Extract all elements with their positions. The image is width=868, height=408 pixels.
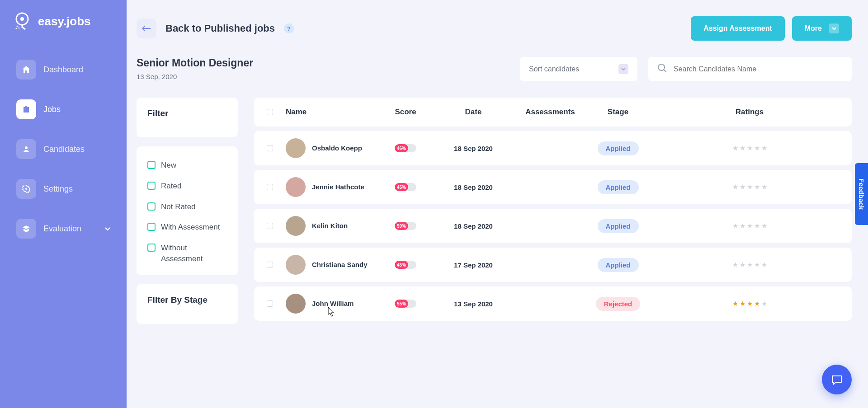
- svg-point-6: [25, 188, 27, 190]
- sidebar-item-jobs[interactable]: Jobs: [9, 93, 118, 126]
- logo[interactable]: easy.jobs: [9, 11, 118, 32]
- star-icon[interactable]: ★: [732, 300, 738, 308]
- checkbox[interactable]: [147, 223, 156, 231]
- star-icon[interactable]: ★: [740, 144, 745, 152]
- avatar: [286, 294, 306, 314]
- star-icon[interactable]: ★: [747, 183, 753, 191]
- feedback-tab[interactable]: Feedback: [855, 163, 868, 225]
- sidebar-item-candidates[interactable]: Candidates: [9, 133, 118, 165]
- date-text: 18 Sep 2020: [454, 145, 493, 152]
- search-input[interactable]: [674, 65, 843, 73]
- page-title: Back to Published jobs: [165, 23, 275, 34]
- table-row[interactable]: Kelin Kiton59%18 Sep 2020Applied★★★★★: [254, 209, 852, 243]
- star-icon[interactable]: ★: [740, 183, 745, 191]
- chevron-down-icon: [105, 225, 110, 233]
- rating-stars[interactable]: ★★★★★: [732, 300, 767, 308]
- star-icon[interactable]: ★: [732, 144, 738, 152]
- more-button-label: More: [805, 24, 822, 33]
- star-icon[interactable]: ★: [747, 144, 753, 152]
- filter-option-without-assessment[interactable]: Without Assessment: [147, 243, 227, 264]
- help-icon[interactable]: ?: [284, 23, 294, 33]
- sidebar-item-label: Settings: [43, 184, 73, 194]
- assign-assessment-button[interactable]: Assign Assessment: [691, 16, 784, 41]
- sidebar-item-dashboard[interactable]: Dashboard: [9, 53, 118, 86]
- filter-title: Filter: [147, 108, 227, 118]
- more-button[interactable]: More: [792, 16, 852, 41]
- star-icon[interactable]: ★: [740, 261, 745, 269]
- back-button[interactable]: [137, 19, 156, 38]
- th-name: Name: [286, 108, 307, 117]
- table-header-row: Name Score Date Assessments Stage Rating…: [254, 98, 852, 127]
- rating-stars[interactable]: ★★★★★: [732, 222, 767, 230]
- row-checkbox[interactable]: [267, 300, 273, 307]
- filter-label: With Assessment: [161, 222, 220, 233]
- filter-option-not-rated[interactable]: Not Rated: [147, 202, 227, 212]
- candidate-name: Osbaldo Koepp: [312, 144, 362, 153]
- star-icon[interactable]: ★: [740, 300, 745, 308]
- star-icon[interactable]: ★: [754, 300, 760, 308]
- sidebar-item-label: Evaluation: [43, 224, 81, 234]
- star-icon[interactable]: ★: [761, 300, 767, 308]
- rating-stars[interactable]: ★★★★★: [732, 183, 767, 191]
- row-checkbox[interactable]: [267, 262, 273, 268]
- row-checkbox[interactable]: [267, 145, 273, 151]
- filter-stage-card: Filter By Stage: [137, 284, 238, 324]
- star-icon[interactable]: ★: [732, 222, 738, 230]
- svg-point-2: [17, 26, 18, 27]
- th-stage: Stage: [608, 108, 628, 117]
- star-icon[interactable]: ★: [754, 261, 760, 269]
- filter-label: Not Rated: [161, 202, 196, 212]
- gear-icon: [16, 179, 36, 199]
- sidebar-item-label: Jobs: [43, 105, 61, 114]
- svg-point-7: [658, 64, 665, 70]
- rating-stars[interactable]: ★★★★★: [732, 261, 767, 269]
- chat-fab[interactable]: [822, 365, 852, 394]
- star-icon[interactable]: ★: [761, 222, 767, 230]
- candidates-table: Name Score Date Assessments Stage Rating…: [254, 98, 852, 333]
- star-icon[interactable]: ★: [747, 300, 753, 308]
- row-checkbox[interactable]: [267, 223, 273, 229]
- checkbox[interactable]: [147, 202, 156, 211]
- checkbox[interactable]: [147, 244, 156, 252]
- table-row[interactable]: Christiana Sandy45%17 Sep 2020Applied★★★…: [254, 248, 852, 282]
- sidebar-item-evaluation[interactable]: Evaluation: [9, 212, 118, 245]
- star-icon[interactable]: ★: [732, 261, 738, 269]
- logo-icon: [13, 11, 32, 32]
- table-row[interactable]: John William55%13 Sep 2020Rejected★★★★★: [254, 286, 852, 321]
- star-icon[interactable]: ★: [761, 183, 767, 191]
- graduation-icon: [16, 219, 36, 239]
- svg-point-4: [16, 28, 17, 29]
- th-ratings: Ratings: [736, 108, 764, 117]
- briefcase-icon: [16, 99, 36, 119]
- filter-option-with-assessment[interactable]: With Assessment: [147, 222, 227, 233]
- date-text: 13 Sep 2020: [454, 300, 493, 308]
- star-icon[interactable]: ★: [754, 183, 760, 191]
- table-row[interactable]: Jennie Hathcote45%18 Sep 2020Applied★★★★…: [254, 170, 852, 204]
- filter-option-new[interactable]: New: [147, 160, 227, 171]
- search-box[interactable]: [648, 57, 852, 81]
- filter-label: Rated: [161, 181, 181, 192]
- checkbox[interactable]: [147, 161, 156, 169]
- table-row[interactable]: Osbaldo Koepp46%18 Sep 2020Applied★★★★★: [254, 131, 852, 165]
- sidebar-item-settings[interactable]: Settings: [9, 173, 118, 205]
- star-icon[interactable]: ★: [747, 222, 753, 230]
- score-pill: 46%: [395, 144, 416, 152]
- arrow-left-icon: [142, 25, 151, 32]
- star-icon[interactable]: ★: [740, 222, 745, 230]
- rating-stars[interactable]: ★★★★★: [732, 144, 767, 152]
- star-icon[interactable]: ★: [761, 261, 767, 269]
- row-checkbox[interactable]: [267, 184, 273, 190]
- star-icon[interactable]: ★: [754, 222, 760, 230]
- star-icon[interactable]: ★: [761, 144, 767, 152]
- user-icon: [16, 139, 36, 159]
- checkbox[interactable]: [147, 182, 156, 190]
- date-text: 17 Sep 2020: [454, 261, 493, 269]
- select-all-checkbox[interactable]: [267, 109, 273, 115]
- star-icon[interactable]: ★: [754, 144, 760, 152]
- sort-dropdown[interactable]: Sort candidates: [520, 57, 637, 81]
- filter-option-rated[interactable]: Rated: [147, 181, 227, 192]
- star-icon[interactable]: ★: [732, 183, 738, 191]
- score-pill: 45%: [395, 183, 416, 191]
- job-date: 13 Sep, 2020: [137, 73, 253, 80]
- star-icon[interactable]: ★: [747, 261, 753, 269]
